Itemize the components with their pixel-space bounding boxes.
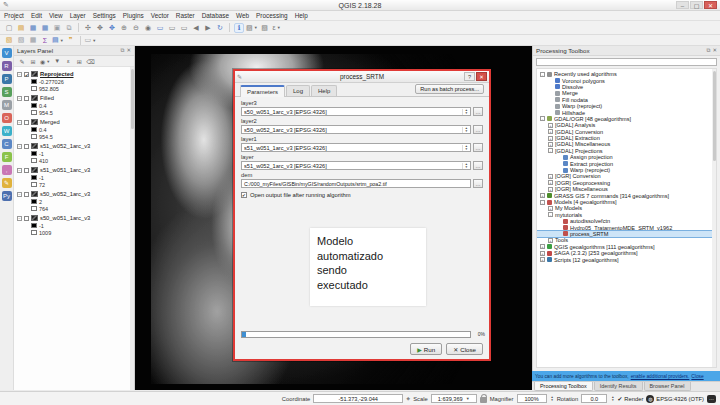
expand-icon[interactable]: + <box>540 193 545 198</box>
add-spatialite-layer-icon[interactable]: S <box>2 87 12 97</box>
open-project-icon[interactable]: ▤ <box>16 23 26 33</box>
minimize-button[interactable]: – <box>676 1 689 9</box>
zoom-in-icon[interactable]: ⊕ <box>119 23 129 33</box>
zoom-next-icon[interactable]: ▶ <box>203 23 213 33</box>
scale-combobox[interactable]: 1:639,369▼ <box>431 394 477 403</box>
open-output-checkbox-row[interactable]: ✔ Open output file after running algorit… <box>241 192 483 198</box>
field-calculator-icon[interactable]: ▤▼ <box>52 35 64 45</box>
statistics-icon[interactable]: Σ <box>40 35 50 45</box>
spin-arrows-icon[interactable]: ▲▼ <box>462 109 468 115</box>
menu-database[interactable]: Database <box>202 12 229 19</box>
zoom-out-icon[interactable]: ⊖ <box>131 23 141 33</box>
expand-icon[interactable]: − <box>17 96 22 101</box>
rotation-spin-arrows[interactable]: ▲▼ <box>611 396 614 402</box>
menu-layer[interactable]: Layer <box>70 12 86 19</box>
dialog-help-button[interactable]: ? <box>464 72 475 81</box>
menu-edit[interactable]: Edit <box>31 12 42 19</box>
magnifier-spinner[interactable]: 100% <box>517 394 547 403</box>
layer3-combobox[interactable]: s50_w051_1arc_v3 [EPSG:4326]▲▼ <box>241 107 471 116</box>
save-project-as-icon[interactable]: ▦ <box>40 23 50 33</box>
spin-arrows-icon[interactable]: ▲▼ <box>462 163 468 169</box>
zoom-full-icon[interactable]: ▭ <box>155 23 165 33</box>
menu-project[interactable]: Project <box>4 12 24 19</box>
expand-icon[interactable]: - <box>548 212 553 217</box>
layer-combobox[interactable]: s51_w052_1arc_v3 [EPSG:4326]▲▼ <box>241 161 471 170</box>
expand-icon[interactable]: - <box>540 72 545 77</box>
dock-tab-browser-panel[interactable]: Browser Panel <box>644 382 691 391</box>
dialog-titlebar[interactable]: ✎ process_SRTM ? ✕ <box>235 71 489 83</box>
menu-processing[interactable]: Processing <box>256 12 288 19</box>
expand-icon[interactable]: + <box>540 257 545 262</box>
panel-close-icon[interactable]: ✕ <box>712 47 717 54</box>
magnifier-spin-arrows[interactable]: ▲▼ <box>551 396 554 402</box>
open-layer-styling-icon[interactable]: ✎ <box>18 57 26 65</box>
touch-zoom-icon[interactable]: ✣ <box>83 23 93 33</box>
layer-visibility-checkbox[interactable] <box>24 192 29 197</box>
enable-providers-link[interactable]: enable additional providers. <box>631 374 690 379</box>
layer-browse-button[interactable]: … <box>473 161 483 170</box>
expand-icon[interactable]: + <box>540 251 545 256</box>
layer-item[interactable]: −s50_w051_1arc_v3 <box>17 214 134 222</box>
extent-toggle-icon[interactable]: ⌖ <box>406 395 410 403</box>
expand-icon[interactable]: − <box>17 120 22 125</box>
expand-icon[interactable]: − <box>17 216 22 221</box>
menu-view[interactable]: View <box>49 12 63 19</box>
layer-item[interactable]: −Merged <box>17 118 134 126</box>
refresh-icon[interactable]: ↻ <box>215 23 225 33</box>
layer-item[interactable]: −s50_w052_1arc_v3 <box>17 190 134 198</box>
layer-visibility-checkbox[interactable]: ✔ <box>24 72 29 77</box>
layer2-combobox[interactable]: s50_w052_1arc_v3 [EPSG:4326]▲▼ <box>241 125 471 134</box>
expand-icon[interactable]: + <box>548 142 553 147</box>
pan-to-selection-icon[interactable]: ✥ <box>107 23 117 33</box>
toolbox-scrollbar[interactable] <box>712 69 716 367</box>
layer-item[interactable]: −Filled <box>17 94 134 102</box>
pan-map-icon[interactable]: ✥ <box>95 23 105 33</box>
expand-icon[interactable]: + <box>548 180 553 185</box>
layer-item[interactable]: −s51_w051_1arc_v3 <box>17 166 134 174</box>
add-group-icon[interactable]: ⊞ <box>29 57 37 65</box>
expand-icon[interactable]: - <box>540 116 545 121</box>
dialog-close-action-button[interactable]: ✕Close <box>446 343 483 355</box>
panel-float-icon[interactable]: ⧉ <box>120 47 124 54</box>
rotation-spinner[interactable]: 0.0 <box>581 394 607 403</box>
expand-icon[interactable]: + <box>548 129 553 134</box>
run-as-batch-button[interactable]: Run as batch process... <box>415 84 484 94</box>
expand-icon[interactable]: − <box>17 144 22 149</box>
add-postgis-layer-icon[interactable]: P <box>2 74 12 84</box>
zoom-to-selection-icon[interactable]: ▭ <box>167 23 177 33</box>
menu-web[interactable]: Web <box>236 12 249 19</box>
filter-by-expression-icon[interactable]: ε <box>64 57 72 65</box>
layer1-browse-button[interactable]: … <box>473 143 483 152</box>
expand-icon[interactable]: + <box>548 123 553 128</box>
dropdown-caret-icon[interactable]: ▼ <box>254 25 258 30</box>
dropdown-caret-icon[interactable]: ▼ <box>60 38 64 43</box>
zoom-native-icon[interactable]: ◉ <box>143 23 153 33</box>
panel-close-icon[interactable]: ✕ <box>126 47 131 54</box>
filter-legend-icon[interactable]: ▼ <box>53 57 61 65</box>
expand-icon[interactable]: − <box>17 192 22 197</box>
layer-item[interactable]: −s51_w052_1arc_v3 <box>17 142 134 150</box>
dropdown-caret-icon[interactable]: ▼ <box>92 38 96 43</box>
python-console-icon[interactable]: Py <box>2 191 12 201</box>
menu-help[interactable]: Help <box>295 12 308 19</box>
render-checkbox[interactable]: ✔Render <box>617 396 643 402</box>
layer3-browse-button[interactable]: … <box>473 107 483 116</box>
expand-all-icon[interactable]: ⊞ <box>75 57 83 65</box>
expand-icon[interactable]: − <box>17 72 22 77</box>
messages-icon[interactable]: ··· <box>707 395 716 403</box>
attribute-table-icon[interactable]: ▦ <box>28 35 38 45</box>
maximize-button[interactable]: ▢ <box>690 1 703 9</box>
add-mssql-layer-icon[interactable]: M <box>2 100 12 110</box>
composer-manager-icon[interactable]: ⧉ <box>64 23 74 33</box>
run-button[interactable]: ▶Run <box>410 343 442 355</box>
dialog-close-button[interactable]: ✕ <box>476 72 487 81</box>
layers-scrollbar[interactable] <box>130 67 134 390</box>
spin-arrows-icon[interactable]: ▲▼ <box>462 145 468 151</box>
add-oracle-layer-icon[interactable]: O <box>2 113 12 123</box>
zoom-to-layer-icon[interactable]: ▭ <box>179 23 189 33</box>
toolbox-search-input[interactable] <box>536 58 717 66</box>
layer-visibility-checkbox[interactable] <box>24 144 29 149</box>
dropdown-caret-icon[interactable]: ▼ <box>46 59 50 64</box>
remove-layer-icon[interactable]: ⌫ <box>86 57 94 65</box>
layer-item[interactable]: −✔Reprojected <box>17 70 134 78</box>
